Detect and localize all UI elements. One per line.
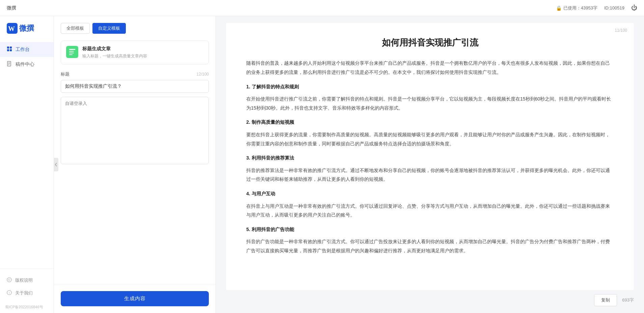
svg-rect-2 <box>7 47 9 49</box>
form-section: 标题 12/100 <box>61 71 209 284</box>
svg-rect-5 <box>10 49 12 51</box>
article-title: 如何用抖音实现推广引流 <box>246 36 614 49</box>
tab-custom-templates[interactable]: 自定义模板 <box>92 23 126 34</box>
article-section-paragraph: 要想在抖音上获得更多的流量，你需要制作高质量的短视频。高质量的短视频能够吸引更多… <box>246 130 614 148</box>
svg-text:i: i <box>9 291 9 294</box>
title-counter: 12/100 <box>196 72 209 77</box>
article-footer: 复制 693字 <box>226 290 634 306</box>
template-card[interactable]: 标题生成文章 输入标题，一键生成高质量文章内容 <box>61 40 209 64</box>
drafts-label: 稿件中心 <box>16 61 34 67</box>
sidebar-collapse-button[interactable] <box>54 158 58 171</box>
logo-icon: W <box>7 23 18 34</box>
article-section-heading: 4. 与用户互动 <box>246 189 614 198</box>
sidebar-item-workbench[interactable]: 工作台 <box>0 42 54 57</box>
svg-text:©: © <box>8 278 10 282</box>
about-label: 关于我们 <box>15 290 33 296</box>
article-section-heading: 1. 了解抖音的特点和规则 <box>246 82 614 91</box>
title-label: 标题 <box>61 71 69 77</box>
article-section-paragraph: 抖音的推荐算法是一种非常有效的推广引流方式。通过不断地发布和分享自己的短视频，你… <box>246 166 614 184</box>
right-panel: 11/100 如何用抖音实现推广引流 随着抖音的普及，越来越多的人开始利用这个短… <box>216 16 644 313</box>
tab-all-templates[interactable]: 全部模板 <box>61 23 90 34</box>
sidebar-logo: W 微撰 <box>0 16 54 39</box>
generate-button[interactable]: 生成内容 <box>61 291 209 306</box>
copyright-icon: © <box>7 277 12 283</box>
template-card-icon <box>66 46 78 58</box>
sidebar-item-copyright[interactable]: © 版权说明 <box>0 274 54 287</box>
topbar: 微撰 🔒 已使用：43953字 ID:100519 ⏻ <box>0 0 644 16</box>
template-tabs: 全部模板 自定义模板 <box>61 23 209 34</box>
sidebar-item-about[interactable]: i 关于我们 <box>0 287 54 300</box>
svg-rect-3 <box>10 47 12 49</box>
sidebar-bottom: © 版权说明 i 关于我们 <box>0 268 54 303</box>
usage-text: 已使用：43953字 <box>563 5 597 11</box>
sidebar-icp: 蜀ICP备2022016846号 <box>0 303 54 313</box>
content-area: 全部模板 自定义模板 标题生成文章 输入标题，一键生成高质量文章内容 标题 12… <box>54 16 644 313</box>
template-card-desc: 输入标题，一键生成高质量文章内容 <box>82 53 203 59</box>
sidebar-item-drafts[interactable]: 稿件中心 <box>0 57 54 72</box>
topbar-usage: 🔒 已使用：43953字 <box>556 5 597 11</box>
article-section-paragraph: 抖音的广告功能是一种非常有效的推广引流方式。你可以通过广告投放来让更多的人看到你… <box>246 237 614 255</box>
user-id: ID:100519 <box>604 5 624 10</box>
logout-button[interactable]: ⏻ <box>631 4 637 11</box>
form-label-row: 标题 12/100 <box>61 71 209 77</box>
article-container[interactable]: 11/100 如何用抖音实现推广引流 随着抖音的普及，越来越多的人开始利用这个短… <box>226 23 634 290</box>
article-section-paragraph: 在开始使用抖音进行推广引流之前，你需要了解抖音的特点和规则。抖音是一个短视频分享… <box>246 94 614 112</box>
main-layout: W 微撰 工作台 稿件中心 © 版权说明 <box>0 16 644 313</box>
svg-text:W: W <box>8 25 15 32</box>
logo-text: 微撰 <box>19 23 34 33</box>
title-input[interactable] <box>61 80 209 93</box>
drafts-icon <box>7 61 12 68</box>
divider <box>54 284 216 284</box>
word-count: 693字 <box>622 297 634 303</box>
svg-rect-4 <box>7 49 9 51</box>
article-section-paragraph: 在抖音上与用户互动是一种非常有效的推广引流方式。你可以通过回复评论、点赞、分享等… <box>246 202 614 220</box>
copyright-label: 版权说明 <box>15 277 33 283</box>
svg-rect-17 <box>69 54 73 55</box>
workbench-label: 工作台 <box>16 47 30 53</box>
left-panel: 全部模板 自定义模板 标题生成文章 输入标题，一键生成高质量文章内容 标题 12… <box>54 16 216 313</box>
template-card-info: 标题生成文章 输入标题，一键生成高质量文章内容 <box>82 46 203 59</box>
template-card-title: 标题生成文章 <box>82 46 203 52</box>
lock-icon: 🔒 <box>556 5 562 11</box>
svg-rect-15 <box>69 51 74 52</box>
about-icon: i <box>7 290 12 296</box>
svg-rect-14 <box>69 49 75 50</box>
article-section-heading: 3. 利用抖音的推荐算法 <box>246 153 614 163</box>
article-section-heading: 5. 利用抖音的广告功能 <box>246 225 614 234</box>
article-body: 随着抖音的普及，越来越多的人开始利用这个短视频分享平台来推广自己的产品或服务。抖… <box>246 59 614 255</box>
topbar-title: 微撰 <box>7 5 16 11</box>
content-textarea[interactable] <box>61 97 209 164</box>
article-section-heading: 2. 制作高质量的短视频 <box>246 118 614 127</box>
sidebar: W 微撰 工作台 稿件中心 © 版权说明 <box>0 16 54 313</box>
copy-button[interactable]: 复制 <box>594 294 617 306</box>
topbar-right: 🔒 已使用：43953字 ID:100519 ⏻ <box>556 4 637 11</box>
workbench-icon <box>7 46 12 53</box>
svg-rect-16 <box>69 53 74 53</box>
sidebar-nav: 工作台 稿件中心 <box>0 39 54 268</box>
article-section-paragraph: 随着抖音的普及，越来越多的人开始利用这个短视频分享平台来推广自己的产品或服务。抖… <box>246 59 614 77</box>
article-page-info: 11/100 <box>615 28 627 33</box>
